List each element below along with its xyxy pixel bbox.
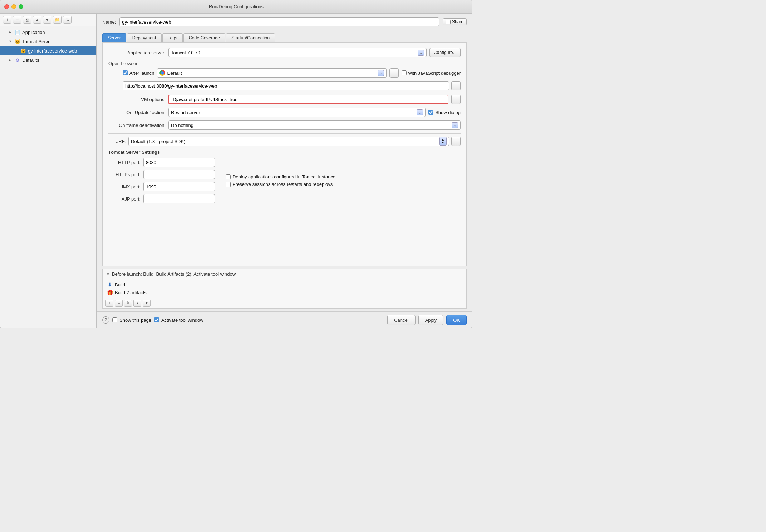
bl-down-button[interactable]: ▼ [143,300,151,307]
show-page-label: Show this page [119,317,151,323]
tomcat-server-label: Tomcat Server [22,39,52,44]
jre-arrows: ▲ ▼ [439,137,447,146]
vm-options-label: VM options: [108,97,166,102]
apply-button[interactable]: Apply [418,315,444,325]
before-launch-toolbar: + − ✎ ▲ ▼ [103,298,466,308]
bl-add-button[interactable]: + [105,300,113,307]
minimize-button[interactable] [11,4,16,9]
share-button[interactable]: Share [443,18,467,25]
bl-remove-button[interactable]: − [115,300,123,307]
add-config-button[interactable]: + [3,16,11,24]
activate-label: Activate tool window [161,317,203,323]
app-server-combo[interactable]: Tomcat 7.0.79 ⌄ [168,48,427,57]
app-server-row: Application server: Tomcat 7.0.79 ⌄ Conf… [108,48,461,57]
bottom-left: ? Show this page Activate tool window [102,316,203,324]
remove-config-button[interactable]: − [13,16,21,24]
server-combo-container: Tomcat 7.0.79 ⌄ [168,48,427,57]
right-panel: Name: Share Server Deployment Logs Code … [97,14,472,328]
on-frame-row: On frame deactivation: Do nothing ⌄ [108,120,461,130]
sidebar-item-tomcat-server[interactable]: ▼ 🐱 Tomcat Server [0,37,96,46]
browser-ellipsis-button[interactable]: ... [389,68,399,78]
https-port-input[interactable] [143,170,215,179]
deploy-checkbox[interactable] [226,174,231,179]
ports-column: HTTP port: HTTPs port: JMX port: [108,158,215,203]
chrome-icon [159,70,165,76]
activate-checkbox[interactable] [154,317,159,322]
http-port-input[interactable] [143,158,215,167]
tab-server[interactable]: Server [102,33,126,42]
ok-button[interactable]: OK [446,315,467,325]
show-dialog-checkbox[interactable] [428,110,433,115]
jmx-port-row: JMX port: [108,182,215,191]
build-label: Build [115,282,125,287]
sidebar-toolbar: + − ⎘ ▲ ▼ 📁 ⇅ [0,14,96,26]
close-button[interactable] [4,4,9,9]
move-down-button[interactable]: ▼ [43,16,51,24]
activate-row: Activate tool window [154,317,203,323]
jre-ellipsis-button[interactable]: ... [451,137,461,146]
help-icon[interactable]: ? [102,316,109,324]
main-content: + − ⎘ ▲ ▼ 📁 ⇅ ▶ 📄 Application ▼ 🐱 [0,14,472,328]
sidebar-item-gy-web[interactable]: 🐱 gy-interfaceservice-web [0,46,96,55]
ajp-port-input[interactable] [143,194,215,203]
defaults-label: Defaults [22,58,39,63]
move-up-button[interactable]: ▲ [33,16,41,24]
jmx-port-input[interactable] [143,182,215,191]
maximize-button[interactable] [19,4,23,9]
before-launch-header[interactable]: ▼ Before launch: Build, Build Artifacts … [103,269,466,279]
tab-logs[interactable]: Logs [162,33,183,42]
preserve-checkbox[interactable] [226,182,231,187]
tomcat-settings-section: Tomcat Server Settings HTTP port: HTTPs … [108,149,461,203]
vm-options-input[interactable] [168,95,448,104]
tab-startup-connection[interactable]: Startup/Connection [226,33,275,42]
sidebar-item-application[interactable]: ▶ 📄 Application [0,28,96,37]
application-label: Application [22,30,45,35]
after-launch-checkbox[interactable] [123,70,128,75]
tab-code-coverage[interactable]: Code Coverage [183,33,226,42]
bottom-bar: ? Show this page Activate tool window Ca… [97,311,472,328]
browser-combo-arrow: ⌄ [378,70,384,76]
jre-label: JRE: [108,139,126,144]
url-input[interactable] [123,81,449,90]
jre-value: Default (1.8 - project SDK) [131,139,185,144]
browser-combo[interactable]: Default ⌄ [157,68,387,78]
share-checkbox[interactable] [446,20,451,24]
copy-config-button[interactable]: ⎘ [23,16,31,24]
tomcat-settings-title: Tomcat Server Settings [108,149,461,155]
tomcat-expand-arrow: ▼ [9,40,14,43]
tab-deployment[interactable]: Deployment [127,33,162,42]
vm-options-ellipsis-button[interactable]: ... [451,95,461,104]
js-debugger-checkbox[interactable] [402,70,407,75]
title-bar: Run/Debug Configurations [0,0,472,14]
js-debugger-text: with JavaScript debugger [408,70,461,76]
cancel-button[interactable]: Cancel [387,315,415,325]
on-update-combo[interactable]: Restart server ⌄ [168,108,426,117]
configure-button[interactable]: Configure... [429,48,461,57]
gy-tomcat-icon: 🐱 [20,48,26,54]
sidebar-tree: ▶ 📄 Application ▼ 🐱 Tomcat Server 🐱 gy-i… [0,26,96,328]
deploy-label: Deploy applications configured in Tomcat… [232,174,335,179]
on-update-row: On 'Update' action: Restart server ⌄ Sho… [108,108,461,117]
launch-item-artifacts: 🎁 Build 2 artifacts [103,289,466,296]
on-update-arrow: ⌄ [417,109,423,115]
name-input[interactable] [119,17,439,26]
bl-up-button[interactable]: ▲ [133,300,141,307]
jre-row: JRE: Default (1.8 - project SDK) ▲ ▼ ... [108,137,461,146]
sidebar-item-defaults[interactable]: ▶ ⚙ Defaults [0,55,96,65]
form-panel: Application server: Tomcat 7.0.79 ⌄ Conf… [102,42,467,266]
on-frame-value: Do nothing [171,123,193,128]
traffic-lights [4,4,23,9]
on-frame-combo[interactable]: Do nothing ⌄ [168,120,461,130]
show-page-checkbox[interactable] [112,317,117,322]
folder-button[interactable]: 📁 [53,16,62,24]
url-ellipsis-button[interactable]: ... [451,81,461,90]
preserve-checkbox-label: Preserve sessions across restarts and re… [226,182,335,187]
sort-button[interactable]: ⇅ [63,16,72,24]
ajp-port-label: AJP port: [108,196,141,202]
tomcat-checkboxes: Deploy applications configured in Tomcat… [226,158,335,203]
defaults-icon: ⚙ [14,57,21,63]
after-launch-text: After launch [129,70,154,76]
defaults-arrow: ▶ [9,58,14,62]
jre-combo[interactable]: Default (1.8 - project SDK) ▲ ▼ [128,137,449,146]
bl-edit-button[interactable]: ✎ [124,300,132,307]
